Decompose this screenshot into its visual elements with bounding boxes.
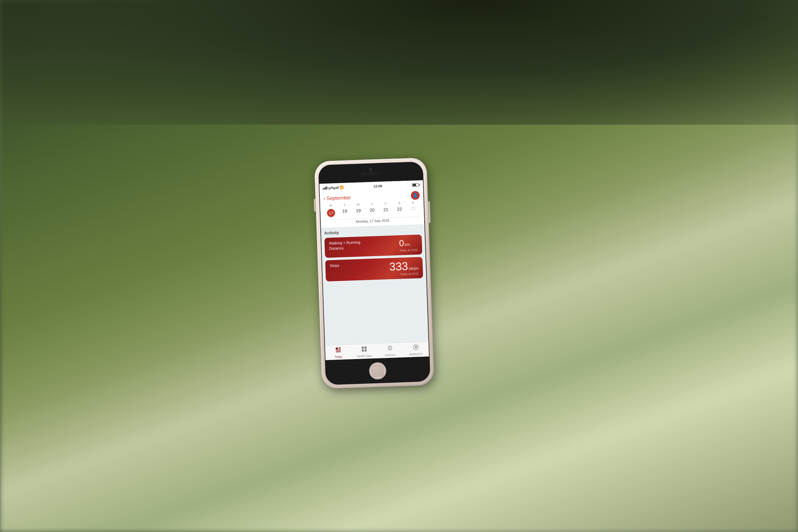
main-content: Activity Walking + RunningDistance 0 km: [321, 224, 429, 345]
svg-rect-1: [338, 347, 340, 348]
day-label-wed: W: [351, 203, 365, 206]
day-label-sun: S: [406, 201, 420, 205]
walking-running-value-area: 0 km Today at 10:52: [399, 238, 418, 252]
phone-inner: giffgaff 📶 12:09: [318, 162, 431, 385]
calendar-day-21[interactable]: 21: [379, 206, 393, 216]
tab-today[interactable]: Today: [325, 346, 351, 359]
svg-rect-0: [336, 347, 338, 350]
calendar-day-22[interactable]: 22: [393, 206, 406, 216]
day-label-mon: M: [324, 204, 338, 207]
walking-running-time: Today at 10:52: [399, 248, 418, 252]
signal-bar-2: [324, 188, 325, 189]
svg-rect-3: [336, 350, 341, 351]
home-button-inner: [372, 365, 383, 377]
speaker-grille: [361, 172, 380, 174]
day-label-tue: T: [338, 203, 351, 207]
svg-rect-2: [339, 349, 341, 349]
walking-running-unit: km: [405, 242, 410, 247]
profile-icon-symbol: 👤: [413, 193, 418, 198]
tab-sources-icon: [386, 345, 393, 353]
status-right: [412, 183, 420, 187]
battery-fill: [413, 184, 416, 186]
tab-medical-id[interactable]: ✱ Medical ID: [403, 343, 429, 356]
selected-day: 17: [327, 209, 335, 217]
tab-health-data[interactable]: Health Data: [351, 345, 377, 358]
signal-bar-3: [325, 187, 326, 189]
screen-content: giffgaff 📶 12:09: [320, 180, 429, 360]
tab-sources-label: Sources: [385, 353, 395, 357]
phone-wrapper: giffgaff 📶 12:09: [314, 157, 434, 388]
calendar-day-17[interactable]: 17: [324, 208, 338, 218]
steps-value-area: 333 steps Today at 10:52: [389, 260, 419, 276]
day-label-fri: F: [379, 202, 393, 205]
battery-icon: [412, 183, 420, 187]
screen: giffgaff 📶 12:09: [320, 180, 429, 360]
signal-bars-icon: [323, 186, 327, 189]
status-time: 12:09: [374, 184, 382, 188]
walking-running-value: 0: [399, 238, 404, 248]
phone-top-bar: [361, 168, 380, 174]
home-button[interactable]: [369, 362, 386, 380]
signal-bar-4: [326, 186, 327, 189]
scene: giffgaff 📶 12:09: [0, 0, 798, 532]
steps-unit: steps: [408, 266, 419, 270]
tab-sources[interactable]: Sources: [377, 344, 403, 357]
calendar-nav: ‹ September 👤: [324, 191, 420, 203]
month-label: September: [326, 195, 351, 201]
steps-label: Steps: [330, 263, 340, 268]
calendar-month[interactable]: ‹ September: [324, 195, 351, 201]
tab-today-label: Today: [335, 355, 342, 358]
tab-health-data-icon: [361, 346, 367, 354]
tab-health-data-label: Health Data: [357, 354, 372, 358]
camera-dot: [369, 168, 372, 170]
status-left: giffgaff 📶: [323, 186, 343, 189]
svg-rect-4: [336, 351, 341, 352]
day-label-thu: T: [365, 202, 379, 206]
svg-rect-6: [364, 346, 366, 348]
steps-card[interactable]: Steps 333 steps Today at 10:52: [325, 257, 423, 281]
profile-avatar[interactable]: 👤: [411, 191, 420, 200]
walking-running-label: Walking + RunningDistance: [329, 240, 361, 251]
calendar-day-20[interactable]: 20: [365, 207, 379, 216]
signal-bar-1: [323, 188, 324, 189]
day-label-sat: S: [393, 201, 406, 205]
battery-body: [412, 183, 419, 187]
calendar-day-19[interactable]: 19: [351, 207, 365, 217]
carrier-label: giffgaff: [328, 186, 339, 189]
tab-medical-id-icon: ✱: [413, 344, 419, 352]
back-arrow-icon[interactable]: ‹: [324, 196, 325, 201]
steps-value: 333: [389, 261, 408, 272]
tab-medical-id-label: Medical ID: [409, 352, 423, 356]
calendar-day-23[interactable]: 23: [406, 205, 420, 215]
svg-text:✱: ✱: [414, 345, 417, 349]
section-title: Activity: [324, 227, 421, 235]
wifi-icon: 📶: [340, 186, 343, 189]
battery-tip: [419, 184, 420, 186]
calendar-day-18[interactable]: 18: [338, 208, 352, 217]
app-header: ‹ September 👤 M T: [320, 189, 424, 228]
walking-running-card[interactable]: Walking + RunningDistance 0 km Today at …: [324, 234, 422, 258]
svg-rect-8: [364, 349, 366, 351]
svg-rect-7: [362, 349, 364, 352]
calendar-week: 17 18 19 20 21 22 23: [324, 205, 420, 218]
tab-today-icon: [335, 346, 341, 355]
svg-rect-5: [361, 346, 363, 349]
phone-outer: giffgaff 📶 12:09: [314, 157, 434, 388]
